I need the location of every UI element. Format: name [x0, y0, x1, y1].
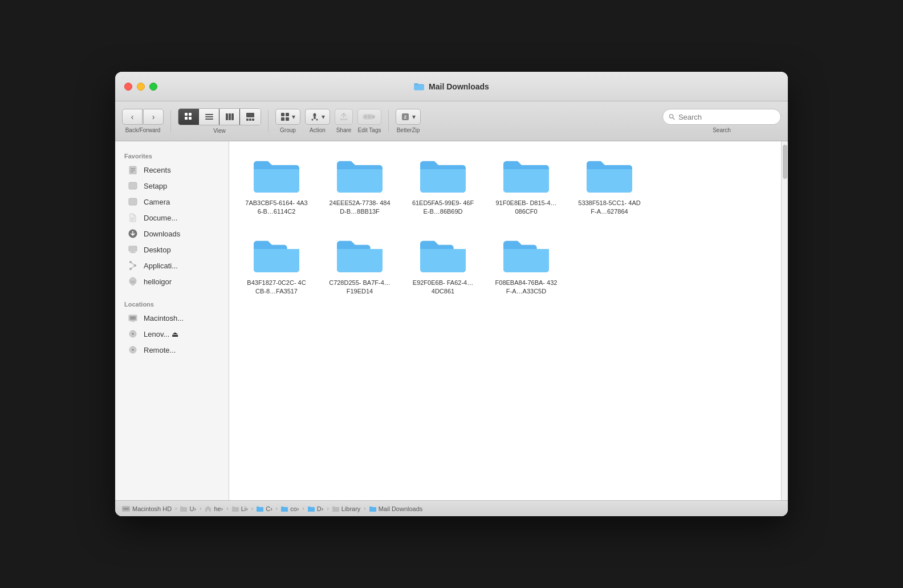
nav-group: ‹ › Back/Forward	[122, 109, 164, 133]
svg-point-53	[132, 346, 133, 348]
share-button[interactable]	[335, 109, 353, 125]
remote-icon	[128, 345, 138, 355]
svg-rect-10	[246, 113, 254, 117]
svg-rect-17	[286, 117, 289, 121]
sidebar-item-lenovo[interactable]: Lenov... ⏏	[119, 326, 225, 342]
breadcrumb-containers[interactable]: C›	[257, 505, 272, 512]
library2-folder-icon	[332, 506, 339, 512]
gallery-view-button[interactable]	[240, 109, 261, 125]
folder-item-5[interactable]: 5338F518-5CC1- 4ADF-A…627864	[573, 153, 645, 221]
search-box[interactable]	[662, 109, 781, 125]
folder-item-8[interactable]: E92F0E6B- FA62-4…4DC861	[407, 232, 479, 301]
folder-item-4[interactable]: 91F0E8EB- D815-4…086CF0	[490, 153, 562, 221]
favorites-label: Favorites	[115, 148, 229, 162]
folder-icon-2	[337, 157, 383, 194]
downloads-label: Downloads	[144, 230, 180, 238]
co-folder-icon	[281, 506, 288, 512]
minimize-button[interactable]	[137, 83, 145, 91]
folder-item-6[interactable]: B43F1827-0C2C- 4CCB-8…FA3517	[241, 232, 312, 301]
maximize-button[interactable]	[149, 83, 157, 91]
folder-item-7[interactable]: C728D255- BA7F-4…F19ED14	[324, 232, 396, 301]
folder-item-1[interactable]: 7AB3CBF5-6164- 4A36-B…6114C2	[241, 153, 312, 221]
svg-rect-47	[131, 321, 135, 322]
breadcrumb-co[interactable]: co›	[281, 505, 299, 512]
breadcrumb-containers-text: C›	[266, 505, 272, 512]
svg-point-52	[132, 349, 134, 351]
forward-button[interactable]: ›	[143, 109, 164, 125]
view-group: View	[178, 108, 261, 134]
list-view-button[interactable]	[199, 109, 219, 125]
breadcrumb-users[interactable]: U›	[180, 505, 196, 512]
svg-rect-3	[189, 117, 192, 120]
sidebar-item-camera[interactable]: Camera	[119, 194, 225, 210]
betterzip-button[interactable]: Z ▾	[396, 109, 421, 125]
svg-point-42	[129, 268, 132, 270]
sidebar: Favorites Recents	[115, 141, 229, 500]
breadcrumb-home[interactable]: he›	[205, 505, 223, 512]
sidebar-item-applications[interactable]: Applicati...	[119, 258, 225, 273]
folder-item-3[interactable]: 61ED5FA5-99E9- 46FE-B…86B69D	[407, 153, 479, 221]
file-row-2: B43F1827-0C2C- 4CCB-8…FA3517 C728D255- B…	[241, 232, 770, 301]
group-label: Group	[280, 127, 296, 133]
title-bar: Mail Downloads	[115, 72, 788, 101]
setapp-label: Setapp	[144, 182, 167, 190]
share-label: Share	[336, 127, 352, 133]
remote-label: Remote...	[144, 346, 176, 354]
lenovo-label: Lenov... ⏏	[144, 330, 178, 338]
scroll-thumb[interactable]	[783, 145, 787, 179]
lenovo-icon	[128, 329, 138, 339]
file-row-1: 7AB3CBF5-6164- 4A36-B…6114C2 24EEE52A-77…	[241, 153, 770, 221]
folder-name-8: E92F0E6B- FA62-4…4DC861	[412, 279, 474, 296]
breadcrumb-mail-downloads[interactable]: Mail Downloads	[369, 505, 423, 512]
search-input[interactable]	[678, 113, 775, 121]
sidebar-item-recents[interactable]: Recents	[119, 162, 225, 178]
icon-view-button[interactable]	[178, 109, 199, 125]
sidebar-item-helloigor[interactable]: helloigor	[119, 273, 225, 289]
users-folder-icon	[180, 505, 187, 512]
breadcrumb-library-short[interactable]: Li›	[232, 505, 248, 512]
svg-line-28	[673, 117, 674, 119]
sidebar-item-downloads[interactable]: Downloads	[119, 226, 225, 242]
macintosh-icon	[128, 313, 138, 323]
setapp-icon	[128, 181, 138, 191]
close-button[interactable]	[124, 83, 132, 91]
containers-folder-icon	[257, 506, 263, 512]
svg-rect-0	[185, 113, 188, 116]
scrollbar[interactable]	[781, 141, 788, 500]
folder-icon-3	[420, 157, 466, 194]
documents-icon	[128, 213, 138, 223]
breadcrumb-library[interactable]: Library	[332, 505, 361, 512]
action-button[interactable]: ▾	[305, 109, 330, 125]
breadcrumb-co-text: co›	[290, 505, 299, 512]
sidebar-item-desktop[interactable]: Desktop	[119, 242, 225, 258]
action-label: Action	[310, 127, 326, 133]
folder-name-3: 61ED5FA5-99E9- 46FE-B…86B69D	[412, 199, 474, 217]
breadcrumb-macintosh-hd[interactable]: Macintosh HD	[122, 505, 172, 512]
group-button[interactable]: ▾	[275, 109, 300, 125]
column-view-button[interactable]	[219, 109, 240, 125]
sidebar-item-macintosh[interactable]: Macintosh...	[119, 310, 225, 326]
sidebar-item-remote[interactable]: Remote...	[119, 342, 225, 358]
sidebar-item-documents[interactable]: Docume...	[119, 210, 225, 226]
svg-rect-14	[281, 113, 284, 116]
sidebar-item-setapp[interactable]: Setapp	[119, 178, 225, 194]
folder-item-2[interactable]: 24EEE52A-7738- 484D-B…8BB13F	[324, 153, 396, 221]
folder-item-9[interactable]: F08EBA84-76BA- 432F-A…A33C5D	[490, 232, 562, 301]
svg-point-24	[372, 115, 375, 119]
arrow-4: ›	[251, 505, 253, 512]
group-group: ▾ Group	[275, 109, 300, 133]
folder-icon-4	[503, 157, 549, 194]
downloads-icon	[128, 228, 138, 239]
view-label: View	[213, 128, 226, 134]
svg-rect-5	[205, 116, 213, 117]
edit-tags-button[interactable]	[357, 109, 381, 125]
main-content: Favorites Recents	[115, 141, 788, 500]
svg-rect-7	[226, 113, 228, 120]
svg-rect-35	[131, 220, 133, 220]
back-button[interactable]: ‹	[122, 109, 143, 125]
svg-rect-16	[281, 117, 284, 121]
folder-icon-7	[337, 237, 383, 274]
breadcrumb-d[interactable]: D›	[308, 505, 324, 512]
betterzip-group: Z ▾ BetterZip	[396, 109, 421, 133]
breadcrumb-users-text: U›	[189, 505, 196, 512]
